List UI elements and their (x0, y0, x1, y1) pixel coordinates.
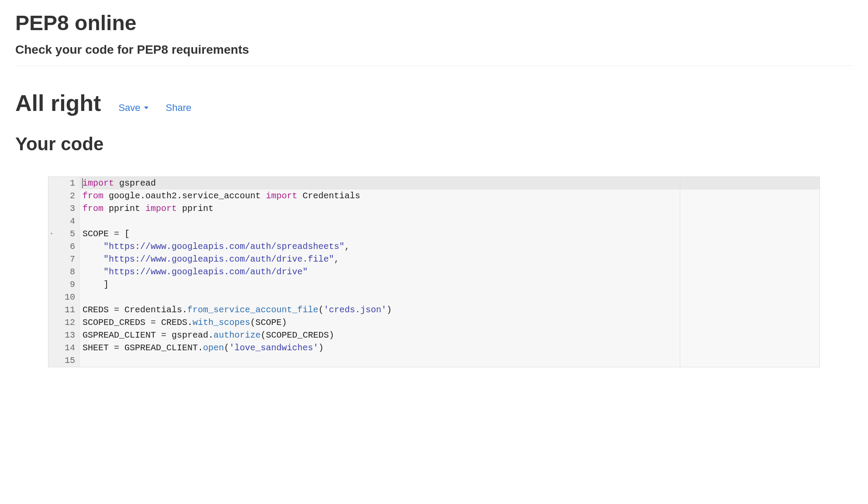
status-label: All right (15, 90, 101, 116)
line-number: 9 (56, 278, 75, 291)
code-line[interactable]: SCOPED_CREDS = CREDS.with_scopes(SCOPE) (80, 316, 680, 329)
line-number: 15 (56, 354, 75, 367)
line-number: 1 (56, 177, 75, 190)
code-line[interactable]: "https://www.googleapis.com/auth/drive" (80, 266, 680, 278)
code-line[interactable]: SCOPE = [ (80, 228, 680, 240)
page-subtitle: Check your code for PEP8 requirements (15, 43, 853, 57)
text-cursor (82, 178, 83, 188)
line-number: 6 (56, 240, 75, 253)
code-line[interactable]: import gspread (80, 177, 680, 190)
results-row (680, 291, 820, 304)
code-area[interactable]: import gspreadfrom google.oauth2.service… (80, 177, 680, 367)
line-number: 5▾ (56, 228, 75, 240)
code-line[interactable] (80, 354, 680, 367)
code-line[interactable]: from google.oauth2.service_account impor… (80, 190, 680, 202)
code-line[interactable]: ] (80, 278, 680, 291)
line-number: 4 (56, 215, 75, 228)
save-dropdown[interactable]: Save (118, 102, 148, 114)
code-editor[interactable]: 12345▾6789101112131415 import gspreadfro… (48, 176, 820, 367)
code-line[interactable]: GSPREAD_CLIENT = gspread.authorize(SCOPE… (80, 329, 680, 342)
results-row (680, 190, 820, 202)
results-row (680, 342, 820, 354)
code-line[interactable] (80, 291, 680, 304)
code-line[interactable]: "https://www.googleapis.com/auth/drive.f… (80, 253, 680, 266)
results-panel (680, 177, 820, 367)
results-row (680, 240, 820, 253)
results-row (680, 177, 820, 190)
share-link[interactable]: Share (166, 102, 192, 114)
results-row (680, 278, 820, 291)
line-number-gutter: 12345▾6789101112131415 (48, 177, 80, 367)
share-label: Share (166, 102, 192, 114)
your-code-heading: Your code (15, 134, 853, 155)
results-row (680, 202, 820, 215)
code-line[interactable]: "https://www.googleapis.com/auth/spreads… (80, 240, 680, 253)
results-row (680, 316, 820, 329)
line-number: 7 (56, 253, 75, 266)
code-line[interactable]: from pprint import pprint (80, 202, 680, 215)
results-row (680, 266, 820, 278)
code-line[interactable]: CREDS = Credentials.from_service_account… (80, 304, 680, 316)
results-row (680, 228, 820, 240)
line-number: 11 (56, 304, 75, 316)
results-row (680, 253, 820, 266)
save-label: Save (118, 102, 140, 114)
results-row (680, 215, 820, 228)
caret-down-icon (144, 107, 148, 109)
line-number: 8 (56, 266, 75, 278)
editor-container: 12345▾6789101112131415 import gspreadfro… (48, 176, 820, 367)
line-number: 12 (56, 316, 75, 329)
line-number: 14 (56, 342, 75, 354)
results-row (680, 354, 820, 367)
code-line[interactable]: SHEET = GSPREAD_CLIENT.open('love_sandwi… (80, 342, 680, 354)
fold-marker-icon[interactable]: ▾ (50, 228, 53, 240)
header-divider (15, 66, 853, 66)
results-row (680, 304, 820, 316)
line-number: 3 (56, 202, 75, 215)
line-number: 2 (56, 190, 75, 202)
line-number: 13 (56, 329, 75, 342)
page-title: PEP8 online (15, 11, 853, 35)
status-row: All right Save Share (15, 90, 853, 116)
results-row (680, 329, 820, 342)
line-number: 10 (56, 291, 75, 304)
code-line[interactable] (80, 215, 680, 228)
